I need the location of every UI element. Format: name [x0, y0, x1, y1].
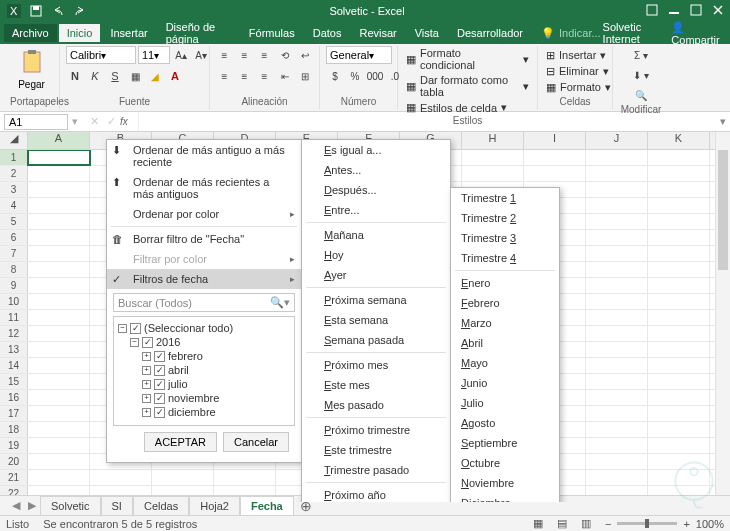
fill-color-button[interactable]: ◢: [146, 67, 164, 85]
row-header[interactable]: 14: [0, 358, 28, 373]
cell[interactable]: [586, 214, 648, 229]
tab-data[interactable]: Datos: [305, 24, 350, 42]
tab-review[interactable]: Revisar: [351, 24, 404, 42]
cell[interactable]: [648, 342, 710, 357]
row-header[interactable]: 5: [0, 214, 28, 229]
cell[interactable]: [586, 246, 648, 261]
zoom-level[interactable]: 100%: [696, 518, 724, 530]
cell[interactable]: [586, 470, 648, 485]
cell[interactable]: [586, 342, 648, 357]
tab-file[interactable]: Archivo: [4, 24, 57, 42]
expand-icon[interactable]: +: [142, 380, 151, 389]
row-header[interactable]: 12: [0, 326, 28, 341]
cell[interactable]: [524, 150, 586, 165]
cell[interactable]: [28, 278, 90, 293]
cell[interactable]: [648, 214, 710, 229]
cell[interactable]: [586, 262, 648, 277]
tab-nav-prev-icon[interactable]: ◀: [8, 499, 24, 512]
month-item[interactable]: Febrero: [451, 293, 559, 313]
cell[interactable]: [28, 470, 90, 485]
tab-developer[interactable]: Desarrollador: [449, 24, 531, 42]
month-item[interactable]: Enero: [451, 273, 559, 293]
cell[interactable]: [648, 406, 710, 421]
cell[interactable]: [28, 326, 90, 341]
ok-button[interactable]: ACEPTAR: [144, 432, 217, 452]
cancel-button[interactable]: Cancelar: [223, 432, 289, 452]
clear-filter-item[interactable]: 🗑Borrar filtro de "Fecha": [107, 229, 301, 249]
cell[interactable]: [586, 150, 648, 165]
border-button[interactable]: ▦: [126, 67, 144, 85]
cell[interactable]: [648, 294, 710, 309]
undo-icon[interactable]: [50, 3, 66, 19]
merge-button[interactable]: ⊞: [296, 67, 314, 85]
fill-icon[interactable]: ⬇ ▾: [632, 66, 650, 84]
view-pagebreak-icon[interactable]: ▥: [581, 517, 591, 530]
submenu-item[interactable]: Próximo año: [302, 485, 450, 502]
submenu-item[interactable]: Mañana: [302, 225, 450, 245]
submenu-item[interactable]: Próxima semana: [302, 290, 450, 310]
cell[interactable]: [648, 390, 710, 405]
name-box[interactable]: A1: [4, 114, 68, 130]
conditional-format-button[interactable]: ▦Formato condicional ▾: [404, 46, 531, 72]
cell[interactable]: [648, 326, 710, 341]
zoom-out-button[interactable]: −: [605, 518, 611, 530]
sheet-tab-active[interactable]: Fecha: [240, 496, 294, 516]
percent-icon[interactable]: %: [346, 67, 364, 85]
cell[interactable]: [28, 422, 90, 437]
cell[interactable]: [648, 310, 710, 325]
sheet-tab[interactable]: Hoja2: [189, 496, 240, 515]
cell[interactable]: [586, 310, 648, 325]
cell[interactable]: [586, 182, 648, 197]
cell[interactable]: [28, 374, 90, 389]
cell[interactable]: [648, 262, 710, 277]
tab-view[interactable]: Vista: [407, 24, 447, 42]
sheet-tab[interactable]: SI: [101, 496, 133, 515]
view-layout-icon[interactable]: ▤: [557, 517, 567, 530]
sort-descending-item[interactable]: ⬆Ordenar de más recientes a más antiguos: [107, 172, 301, 204]
thousands-icon[interactable]: 000: [366, 67, 384, 85]
cell[interactable]: [648, 166, 710, 181]
cell[interactable]: [28, 390, 90, 405]
row-header[interactable]: 21: [0, 470, 28, 485]
cell[interactable]: [214, 470, 276, 485]
font-name-select[interactable]: Calibri ▾: [66, 46, 136, 64]
cell[interactable]: [648, 182, 710, 197]
align-right-icon[interactable]: ≡: [256, 67, 274, 85]
vertical-scrollbar[interactable]: [715, 132, 730, 502]
month-item[interactable]: Noviembre: [451, 473, 559, 493]
row-header[interactable]: 4: [0, 198, 28, 213]
col-header-k[interactable]: K: [648, 132, 710, 149]
align-bottom-icon[interactable]: ≡: [256, 46, 274, 64]
cell[interactable]: [648, 374, 710, 389]
bold-button[interactable]: N: [66, 67, 84, 85]
cell[interactable]: [28, 150, 90, 165]
col-header-h[interactable]: H: [462, 132, 524, 149]
row-header[interactable]: 1: [0, 150, 28, 165]
cell[interactable]: [648, 278, 710, 293]
zoom-in-button[interactable]: +: [683, 518, 689, 530]
save-icon[interactable]: [28, 3, 44, 19]
checkbox[interactable]: ✓: [130, 323, 141, 334]
decrease-font-icon[interactable]: A▾: [192, 46, 210, 64]
maximize-icon[interactable]: [690, 4, 702, 18]
cell[interactable]: [648, 198, 710, 213]
collapse-icon[interactable]: −: [130, 338, 139, 347]
font-color-button[interactable]: A: [166, 67, 184, 85]
paste-button[interactable]: [16, 46, 48, 78]
cell[interactable]: [586, 294, 648, 309]
user-name[interactable]: Solvetic Internet: [603, 21, 662, 45]
cell[interactable]: [586, 454, 648, 469]
checkbox[interactable]: ✓: [154, 379, 165, 390]
cell[interactable]: [648, 246, 710, 261]
row-header[interactable]: 2: [0, 166, 28, 181]
align-left-icon[interactable]: ≡: [216, 67, 234, 85]
col-header-j[interactable]: J: [586, 132, 648, 149]
month-item[interactable]: Octubre: [451, 453, 559, 473]
cell[interactable]: [28, 230, 90, 245]
cell[interactable]: [586, 406, 648, 421]
checkbox[interactable]: ✓: [154, 407, 165, 418]
select-all-corner[interactable]: ◢: [0, 132, 28, 149]
month-item[interactable]: Junio: [451, 373, 559, 393]
cell[interactable]: [586, 374, 648, 389]
cell[interactable]: [28, 310, 90, 325]
